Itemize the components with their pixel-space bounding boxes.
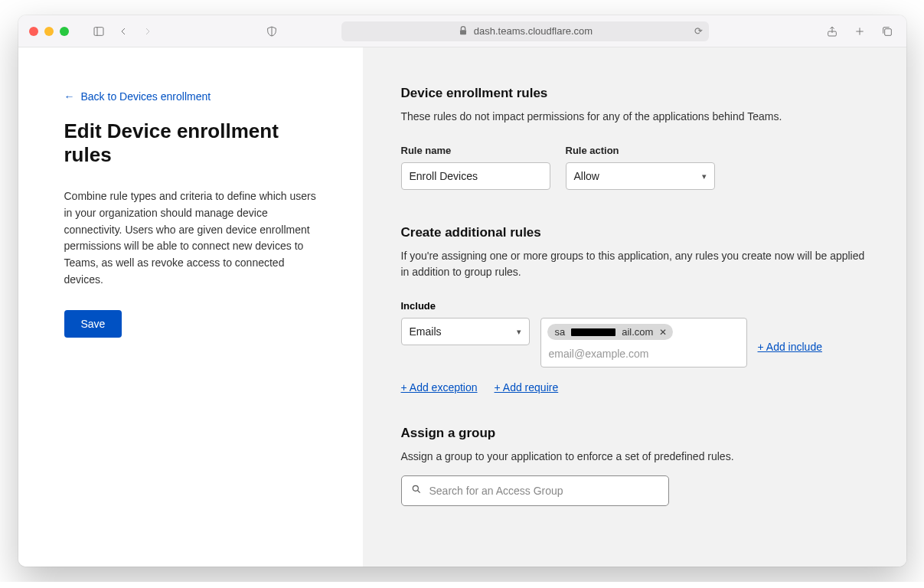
chevron-down-icon: ▾	[702, 172, 707, 181]
lock-icon	[457, 24, 469, 38]
rule-name-label: Rule name	[401, 145, 550, 156]
new-tab-icon[interactable]	[851, 23, 868, 40]
rule-mod-links: + Add exception + Add require	[401, 381, 868, 394]
additional-subtext: If you're assigning one or more groups t…	[401, 248, 868, 280]
svg-point-7	[413, 485, 418, 491]
rule-action-label: Rule action	[566, 145, 715, 156]
minimize-window-button[interactable]	[44, 27, 54, 36]
additional-heading: Create additional rules	[401, 225, 868, 240]
group-subtext: Assign a group to your application to en…	[401, 449, 868, 465]
rules-subtext: These rules do not impact permissions fo…	[401, 109, 868, 125]
add-exception-button[interactable]: + Add exception	[401, 381, 478, 394]
rule-action-value: Allow	[574, 170, 599, 182]
add-require-button[interactable]: + Add require	[495, 381, 559, 394]
rule-name-input[interactable]	[401, 162, 550, 190]
redacted-text	[571, 328, 615, 336]
add-include-button[interactable]: + Add include	[758, 341, 822, 353]
page-title: Edit Device enrollment rules	[64, 119, 328, 167]
include-selector[interactable]: Emails ▾	[401, 318, 530, 345]
shield-icon[interactable]	[263, 23, 280, 40]
address-bar[interactable]: dash.teams.cloudflare.com ⟳	[341, 21, 709, 41]
group-search-input[interactable]	[429, 485, 659, 497]
email-input[interactable]	[547, 346, 740, 361]
back-link[interactable]: ← Back to Devices enrollment	[64, 90, 211, 103]
url-text: dash.teams.cloudflare.com	[474, 25, 593, 37]
traffic-lights	[29, 27, 69, 36]
reload-icon[interactable]: ⟳	[694, 25, 703, 37]
include-value-input[interactable]: saail.com ✕	[540, 318, 747, 368]
email-chip: saail.com ✕	[547, 324, 674, 340]
sidebar-toggle-icon[interactable]	[90, 23, 107, 40]
save-button[interactable]: Save	[64, 310, 122, 338]
chip-suffix: ail.com	[622, 326, 653, 338]
forward-nav-icon[interactable]	[139, 23, 156, 40]
page-content: ← Back to Devices enrollment Edit Device…	[18, 47, 906, 567]
include-selector-value: Emails	[410, 325, 442, 338]
svg-rect-0	[94, 27, 103, 35]
browser-window: dash.teams.cloudflare.com ⟳ ← Back to De…	[18, 15, 906, 567]
back-nav-icon[interactable]	[115, 23, 132, 40]
rule-action-field: Rule action Allow ▾	[566, 145, 715, 190]
rule-fields-row: Rule name Rule action Allow ▾	[401, 145, 868, 190]
arrow-left-icon: ←	[64, 90, 75, 103]
back-link-label: Back to Devices enrollment	[81, 90, 211, 103]
browser-chrome: dash.teams.cloudflare.com ⟳	[18, 15, 906, 47]
svg-rect-6	[884, 28, 891, 35]
include-row: Emails ▾ saail.com ✕ + Add include	[401, 318, 868, 368]
right-panel: Device enrollment rules These rules do n…	[363, 47, 906, 567]
left-panel: ← Back to Devices enrollment Edit Device…	[18, 47, 363, 567]
rule-name-field: Rule name	[401, 145, 550, 190]
group-heading: Assign a group	[401, 426, 868, 441]
maximize-window-button[interactable]	[60, 27, 69, 36]
tabs-icon[interactable]	[879, 23, 896, 40]
share-icon[interactable]	[824, 23, 841, 40]
svg-line-8	[417, 491, 420, 493]
svg-rect-2	[460, 30, 466, 34]
rule-action-select[interactable]: Allow ▾	[566, 162, 715, 190]
page-description: Combine rule types and criteria to defin…	[64, 188, 325, 288]
close-window-button[interactable]	[29, 27, 38, 36]
rules-heading: Device enrollment rules	[401, 86, 868, 101]
include-label: Include	[401, 300, 868, 312]
chip-prefix: sa	[555, 326, 566, 338]
chip-remove-icon[interactable]: ✕	[659, 327, 667, 338]
group-search-box[interactable]	[401, 475, 669, 506]
chevron-down-icon: ▾	[517, 327, 521, 337]
search-icon	[411, 484, 422, 498]
